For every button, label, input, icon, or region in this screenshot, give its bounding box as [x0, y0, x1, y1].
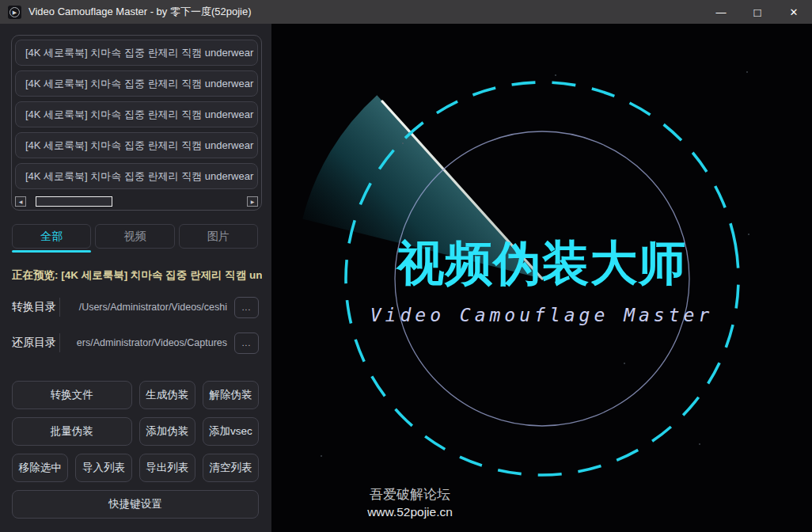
convert-directory-label: 转换目录: [12, 300, 59, 314]
list-item[interactable]: [4K 세로룩북] 치마속 집중 란제리 직캠 underwear: [15, 70, 258, 97]
restore-directory-row: 还原目录 ers/Administrator/Videos/Captures .…: [12, 332, 259, 354]
remove-camo-button[interactable]: 解除伪装: [203, 381, 259, 409]
minimize-icon: —: [716, 6, 727, 18]
add-camo-button[interactable]: 添加伪装: [139, 417, 195, 446]
star-dot: [555, 74, 556, 76]
play-circle-icon: ▶: [9, 7, 20, 17]
preview-status: 正在预览: [4K 세로룩북] 치마속 집중 란제리 직캠 underwear: [12, 268, 262, 283]
star-dot: [699, 443, 700, 445]
star-dot: [402, 142, 404, 144]
hero-subtitle: Video Camouflage Master: [271, 305, 812, 325]
horizontal-scrollbar[interactable]: ◀ ▶: [15, 196, 258, 207]
splash-canvas: 视频伪装大师 Video Camouflage Master 吾爱破解论坛 ww…: [271, 24, 812, 532]
forum-name: 吾爱破解论坛: [355, 485, 465, 504]
restore-directory-field[interactable]: ers/Administrator/Videos/Captures: [60, 337, 234, 348]
close-button[interactable]: ✕: [776, 0, 812, 24]
maximize-icon: □: [753, 6, 761, 19]
star-dot: [321, 455, 322, 457]
star-dot: [746, 71, 748, 73]
remove-selected-button[interactable]: 移除选中: [12, 454, 68, 482]
convert-browse-button[interactable]: ...: [234, 297, 259, 318]
hotkey-settings-button[interactable]: 快捷键设置: [12, 490, 259, 519]
scroll-right-button[interactable]: ▶: [247, 196, 258, 207]
titlebar: ▶ Video Camouflage Master - by 零下一度(52po…: [0, 0, 812, 24]
tab-video[interactable]: 视频: [95, 224, 174, 249]
window-controls: — □ ✕: [703, 0, 812, 24]
window-title: Video Camouflage Master - by 零下一度(52poji…: [28, 5, 252, 19]
action-buttons: 转换文件 生成伪装 解除伪装 批量伪装 添加伪装 添加vsec 移除选中 导入列…: [12, 381, 259, 519]
generate-camo-button[interactable]: 生成伪装: [139, 381, 195, 409]
preview-filename: [4K 세로룩북] 치마속 집중 란제리 직캠 underwear: [61, 269, 262, 281]
list-item[interactable]: [4K 세로룩북] 치마속 집중 란제리 직캠 underwear: [15, 163, 258, 189]
restore-directory-label: 还原目录: [12, 336, 59, 350]
credit-block: 吾爱破解论坛 www.52pojie.cn: [355, 485, 465, 520]
clear-list-button[interactable]: 清空列表: [203, 454, 259, 482]
list-item[interactable]: [4K 세로룩북] 치마속 집중 란제리 직캠 underwear: [15, 101, 258, 127]
scroll-right-icon: ▶: [251, 199, 255, 204]
scrollbar-track[interactable]: [27, 196, 246, 207]
convert-file-button[interactable]: 转换文件: [12, 381, 132, 409]
maximize-button[interactable]: □: [739, 0, 776, 24]
app-icon: ▶: [8, 6, 21, 19]
scroll-left-icon: ◀: [19, 199, 23, 204]
app-window: ▶ Video Camouflage Master - by 零下一度(52po…: [0, 0, 812, 532]
control-panel: [4K 세로룩북] 치마속 집중 란제리 직캠 underwear [4K 세로…: [0, 24, 271, 532]
filter-tabs: 全部 视频 图片: [12, 224, 258, 249]
import-list-button[interactable]: 导入列表: [75, 454, 131, 482]
convert-directory-field[interactable]: /Users/Administrator/Videos/ceshi: [60, 302, 234, 313]
list-item[interactable]: [4K 세로룩북] 치마속 집중 란제리 직캠 underwear: [15, 132, 258, 158]
tab-all[interactable]: 全部: [12, 224, 91, 249]
export-list-button[interactable]: 导出列表: [139, 454, 195, 482]
scroll-left-button[interactable]: ◀: [15, 196, 26, 207]
main-area: [4K 세로룩북] 치마속 집중 란제리 직캠 underwear [4K 세로…: [0, 24, 812, 532]
file-list: [4K 세로룩북] 치마속 집중 란제리 직캠 underwear [4K 세로…: [11, 35, 262, 211]
convert-directory-row: 转换目录 /Users/Administrator/Videos/ceshi .…: [12, 296, 259, 318]
add-vsec-button[interactable]: 添加vsec: [203, 417, 259, 446]
hero-title: 视频伪装大师: [271, 232, 812, 296]
site-url: www.52pojie.cn: [355, 504, 465, 520]
list-item[interactable]: [4K 세로룩북] 치마속 집중 란제리 직캠 underwear: [15, 40, 258, 66]
restore-browse-button[interactable]: ...: [234, 332, 259, 354]
scrollbar-thumb[interactable]: [36, 196, 112, 207]
minimize-button[interactable]: —: [703, 0, 739, 24]
close-icon: ✕: [790, 6, 799, 18]
tab-image[interactable]: 图片: [179, 224, 258, 249]
batch-camo-button[interactable]: 批量伪装: [12, 417, 132, 446]
preview-label: 正在预览:: [12, 269, 59, 281]
star-dot: [624, 363, 625, 364]
